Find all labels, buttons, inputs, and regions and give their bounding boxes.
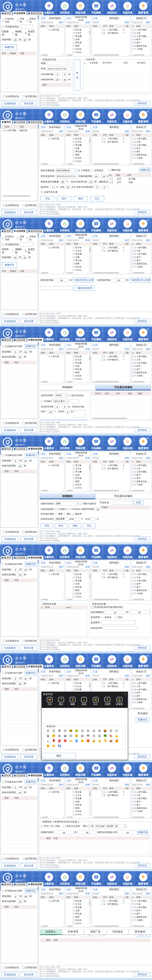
filter-link[interactable]: 过滤 (41, 234, 45, 238)
search-button[interactable]: 搜索 (59, 892, 63, 895)
nav-item[interactable]: ☎ 手机爆粉 (89, 111, 104, 124)
row-checkbox[interactable] (132, 247, 134, 248)
vertical-scrollbar[interactable]: ▴ (89, 464, 91, 489)
list-item[interactable]: 6蓝精灵全媒… (131, 480, 151, 483)
handle-msg-option[interactable]: 处理群消息 (22, 313, 37, 316)
clear-log-button[interactable]: 清理信息 (134, 972, 150, 977)
handle-msg-checkbox[interactable] (22, 422, 25, 424)
monitor-group-id-input[interactable] (101, 620, 136, 624)
content-row[interactable]: 2文字你好 (108, 181, 151, 184)
emoji-item[interactable]: 🤬 (102, 728, 108, 733)
search-placeholder[interactable]: 群成员名称 (132, 348, 142, 351)
row-checkbox[interactable] (73, 804, 74, 806)
row-checkbox[interactable] (73, 151, 74, 153)
list-item[interactable]: 5新宁 (131, 585, 151, 589)
row-checkbox[interactable] (73, 29, 74, 31)
list-item[interactable]: 李云鹏 (65, 470, 89, 473)
row-checkbox[interactable] (73, 359, 74, 361)
search-button[interactable]: 搜索 (86, 130, 90, 133)
enable-greet-checkbox[interactable] (2, 890, 4, 892)
auto-agree-checkbox[interactable] (3, 749, 5, 751)
nav-item[interactable]: ☺ 专线回复 (120, 546, 136, 560)
content-gap-to[interactable] (62, 72, 68, 76)
list-item[interactable]: 李云鹏 (65, 797, 89, 800)
tab-welcome-new[interactable]: 欢迎新人 (40, 929, 62, 935)
row-checkbox[interactable] (132, 154, 134, 156)
row-checkbox[interactable] (48, 29, 50, 31)
row-checkbox[interactable] (132, 45, 134, 47)
row-checkbox[interactable] (73, 487, 74, 489)
nav-item[interactable]: ☎ 手机爆粉 (89, 328, 104, 342)
row-checkbox[interactable] (73, 247, 74, 248)
row-checkbox[interactable] (101, 686, 103, 687)
search-button[interactable]: 搜索 (59, 457, 63, 460)
minimize-button[interactable]: — (139, 546, 142, 549)
list-item[interactable]: A-新宁团… (40, 355, 64, 358)
search-button[interactable]: 搜索 (125, 675, 129, 678)
clear-log-button[interactable]: 清理信息 (134, 754, 150, 759)
list-item[interactable]: 4新宁* (131, 38, 151, 41)
horizontal-scrollbar[interactable]: ◂▸ (40, 272, 64, 274)
list-item[interactable]: 2新宁团队校…7 (92, 467, 130, 470)
list-item[interactable]: 2新宁团队校…7 (92, 685, 130, 688)
emoji-item[interactable]: 🎁 (85, 738, 91, 743)
list-item[interactable]: 4新宁* (131, 582, 151, 585)
list-item[interactable]: 李红梅 (65, 912, 89, 915)
emoji-item[interactable]: 🌞 (79, 738, 85, 743)
spinner-icon[interactable]: ↕ (66, 68, 68, 70)
close-button[interactable]: ✕ (146, 654, 149, 658)
row-checkbox[interactable] (73, 583, 74, 585)
emoji-item[interactable]: 😎 (57, 728, 62, 733)
nav-item[interactable]: ⇄ 消息转发 (104, 546, 120, 560)
search-button[interactable]: 搜索 (125, 566, 129, 568)
list-item[interactable]: 杨周 (65, 480, 89, 483)
row-checkbox[interactable] (101, 359, 103, 361)
fuzzy-radio[interactable] (12, 250, 14, 252)
handle-msg-checkbox[interactable] (22, 313, 25, 315)
list-item[interactable]: 任丽 (65, 38, 89, 41)
tab-phone-contacts-fans[interactable]: 手机通讯录爆粉 (95, 493, 151, 499)
search-placeholder[interactable]: 群成员名称 (132, 239, 142, 242)
emoji-item[interactable]: 😁 (45, 733, 51, 738)
row-checkbox[interactable] (132, 900, 134, 902)
row-checkbox[interactable] (73, 250, 74, 252)
list-item[interactable]: 1A-新宁团队… (131, 899, 151, 902)
clear-log-button[interactable]: 清理信息 (134, 101, 150, 105)
no-owner-checkbox[interactable] (55, 508, 57, 510)
row-checkbox[interactable] (132, 250, 134, 252)
list-item[interactable]: 李云鹏 (65, 579, 89, 582)
handle-msg-checkbox[interactable] (22, 95, 25, 98)
row-checkbox[interactable] (101, 682, 103, 684)
by-check-checkbox[interactable] (80, 503, 82, 505)
save-settings-button[interactable]: 保存设置 (20, 645, 37, 651)
horizontal-scrollbar[interactable]: ◂▸ (40, 54, 64, 56)
list-item[interactable]: 5新宁 (131, 694, 151, 698)
row-checkbox[interactable] (73, 269, 74, 271)
row-checkbox[interactable] (132, 695, 134, 697)
row-checkbox[interactable] (101, 247, 103, 248)
horizontal-scrollbar[interactable]: ◂▸ (66, 163, 89, 165)
member-radio[interactable] (101, 616, 104, 619)
list-item[interactable]: 7小助理 (131, 48, 151, 51)
gap-to-input[interactable] (23, 568, 28, 571)
horizontal-scrollbar[interactable]: ◂▸ (2, 195, 37, 197)
horizontal-scrollbar[interactable]: ◂▸ (66, 925, 89, 927)
row-checkbox[interactable] (132, 919, 134, 921)
start-wechat-button[interactable]: 启动新微信 (2, 428, 18, 433)
row-checkbox[interactable] (73, 356, 74, 357)
turing-input[interactable] (20, 243, 33, 247)
horizontal-scrollbar[interactable]: ◂▸ (131, 163, 151, 165)
minimize-button[interactable]: — (139, 763, 142, 767)
save-settings-button[interactable]: 保存设置 (20, 863, 37, 869)
start-wechat-button[interactable]: 启动新微信 (2, 863, 18, 869)
list-item[interactable]: 4新宁* (131, 691, 151, 694)
list-item[interactable]: AAV14 (65, 813, 89, 816)
gap-to-input[interactable] (23, 786, 28, 789)
list-item[interactable]: A-新宁团… (40, 573, 64, 576)
start-wechat-button[interactable]: 启动新微信 (2, 210, 18, 215)
list-item[interactable]: 杨周 (65, 807, 89, 810)
list-item[interactable]: 李云鹏 (65, 35, 89, 38)
enable-autoreply-checkbox[interactable] (2, 19, 4, 22)
list-item[interactable]: 2王米 (131, 32, 151, 35)
row-checkbox[interactable] (73, 38, 74, 40)
